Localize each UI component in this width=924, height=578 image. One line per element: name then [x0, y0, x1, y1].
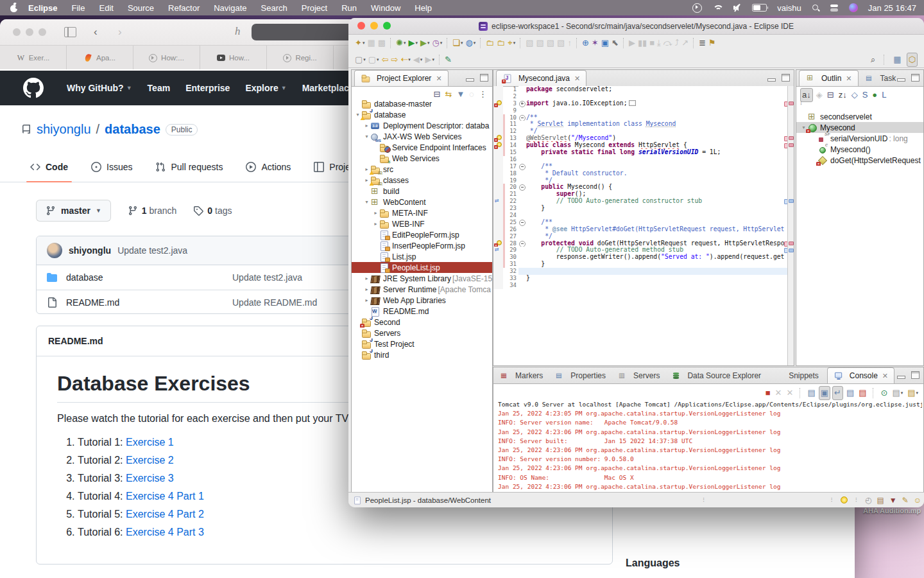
annotation-nav-icon[interactable]: ▢▾: [354, 53, 367, 66]
suspend-icon[interactable]: ▮▮: [637, 37, 648, 49]
desktop-file-label[interactable]: AHA Audition.mp: [863, 507, 921, 514]
tree-item-peoplelist-jsp[interactable]: PeopleList.jsp: [352, 262, 492, 273]
minimize-view-icon[interactable]: [767, 78, 776, 82]
step-over-icon[interactable]: ⤼: [662, 37, 674, 49]
menu-item-file[interactable]: File: [65, 3, 92, 13]
eclipse-zoom-button[interactable]: [383, 22, 391, 30]
new-web-service-icon[interactable]: ◍▾: [465, 37, 477, 49]
outline-item-doget-httpservletrequest[interactable]: ×doGet(HttpServletRequest: [796, 155, 923, 166]
tree-item-classes[interactable]: ▸⊞classes: [352, 175, 492, 186]
new-wizard-icon[interactable]: ✦▾: [354, 37, 366, 49]
overview-mark[interactable]: [789, 249, 794, 252]
close-tab-icon[interactable]: ✕: [882, 372, 888, 380]
mute-icon[interactable]: [733, 4, 742, 12]
fold-collapse-icon[interactable]: [519, 220, 526, 226]
browser-tab-2[interactable]: Apa...: [67, 46, 133, 70]
tab-snippets[interactable]: Snippets: [767, 368, 825, 383]
tab-outline[interactable]: Outlin✕: [799, 70, 859, 86]
exercise-link[interactable]: Exercise 4 Part 2: [126, 509, 204, 520]
menu-item-navigate[interactable]: Navigate: [207, 3, 253, 13]
close-tab-icon[interactable]: ✕: [846, 74, 851, 83]
chevron-collapsed-icon[interactable]: ▸: [363, 123, 370, 128]
browser-tab-1[interactable]: Exer...: [0, 46, 67, 70]
folded-region-icon[interactable]: [629, 100, 636, 106]
splitter-dots[interactable]: ⁝: [703, 496, 705, 504]
repo-tab-pull-requests[interactable]: Pull requests: [146, 152, 232, 182]
pin-editor-icon[interactable]: ✎: [443, 53, 453, 66]
gh-nav-why-github-[interactable]: Why GitHub?▼: [59, 83, 140, 93]
face-icon[interactable]: ☺: [914, 496, 921, 505]
tree-item-database-master[interactable]: database-master: [352, 98, 492, 109]
tab-data-source-explorer[interactable]: Data Source Explorer: [665, 368, 767, 383]
open-perspective-icon[interactable]: ▦: [892, 53, 902, 66]
chevron-collapsed-icon[interactable]: ▸: [363, 286, 370, 292]
outline-item-mysecond-[interactable]: cMysecond(): [796, 144, 923, 155]
menubar-clock[interactable]: Jan 25 16:47: [868, 3, 916, 13]
minimize-view-icon[interactable]: [466, 78, 474, 82]
error-marker-icon[interactable]: [495, 142, 502, 148]
debug-icon[interactable]: ✺▾: [395, 37, 407, 49]
eclipse-close-button[interactable]: [357, 22, 365, 30]
fold-collapse-icon[interactable]: [519, 164, 526, 170]
sidebar-toggle-icon[interactable]: [64, 27, 76, 37]
tree-item-server-runtime[interactable]: ▸Server Runtime [Apache Tomca: [352, 284, 492, 295]
exercise-link[interactable]: Exercise 2: [126, 455, 174, 466]
error-marker-icon[interactable]: [495, 135, 502, 141]
collapse-all-icon[interactable]: ⊟: [826, 89, 835, 101]
outline-item-serialversionuid[interactable]: SFserialVersionUID : long: [796, 133, 923, 144]
exercise-link[interactable]: Exercise 1: [126, 437, 174, 448]
step-return-icon[interactable]: ⤴: [674, 37, 681, 49]
next-edit-icon[interactable]: ▧: [535, 37, 545, 49]
hide-fields-icon[interactable]: ◇: [850, 89, 859, 101]
javaee-perspective-icon[interactable]: ⬡: [907, 53, 918, 67]
error-marker-icon[interactable]: [495, 100, 502, 107]
outline-tree[interactable]: secondservelet▾×MysecondSFserialVersionU…: [796, 111, 923, 365]
tree-item-deployment-descriptor-databa[interactable]: ▸Deployment Descriptor: databa: [352, 120, 492, 131]
battery-icon[interactable]: [752, 4, 767, 12]
tree-item-web-inf[interactable]: ▸WEB-INF: [352, 218, 492, 229]
fold-collapse-icon[interactable]: [519, 184, 526, 191]
close-tab-icon[interactable]: ✕: [574, 74, 580, 83]
new-servlet-icon[interactable]: ❏▾: [451, 37, 464, 49]
show-stderr-icon[interactable]: ▤: [857, 387, 868, 399]
outline-item-mysecond[interactable]: ▾×Mysecond: [796, 122, 923, 133]
tree-item-jre-system-library[interactable]: ▸JRE System Library [JavaSE-15: [352, 273, 492, 284]
chevron-collapsed-icon[interactable]: ▸: [372, 221, 379, 227]
tree-item-database[interactable]: ▾Jdatabase: [352, 109, 492, 120]
tree-item-web-app-libraries[interactable]: ▸Web App Libraries: [352, 295, 492, 306]
overview-ruler[interactable]: [787, 86, 794, 365]
repo-tab-actions[interactable]: Actions: [237, 152, 300, 182]
menu-item-eclipse[interactable]: Eclipse: [21, 3, 65, 13]
menu-item-project[interactable]: Project: [295, 3, 334, 13]
hide-non-public-icon[interactable]: ●: [871, 89, 878, 101]
commit-author[interactable]: shiyonglu: [69, 245, 111, 256]
chevron-collapsed-icon[interactable]: ▸: [372, 210, 379, 216]
select-element-icon[interactable]: ⬉: [610, 37, 620, 49]
tree-item-src[interactable]: ▸⊞src: [352, 164, 492, 175]
branch-selector-button[interactable]: master ▼: [36, 200, 111, 222]
menu-item-window[interactable]: Window: [364, 3, 407, 13]
prev-edit-icon[interactable]: ▧: [545, 37, 556, 49]
maximize-view-icon[interactable]: [782, 74, 790, 82]
repo-owner-link[interactable]: shiyonglu: [37, 122, 91, 137]
menu-item-help[interactable]: Help: [407, 3, 439, 13]
browser-close-button[interactable]: [13, 28, 21, 36]
coverage-icon[interactable]: ▶▾: [419, 37, 431, 49]
toggle-mark-occurrences-icon[interactable]: ▧: [524, 37, 535, 49]
minimize-view-icon[interactable]: [897, 78, 905, 82]
repo-tab-code[interactable]: Code: [21, 152, 77, 182]
project-explorer-tree[interactable]: database-master▾Jdatabase▸Deployment Des…: [352, 98, 492, 493]
terminate-tb-icon[interactable]: ■: [648, 37, 656, 49]
tab-properties[interactable]: Properties: [549, 368, 612, 383]
forward-button[interactable]: ›: [118, 26, 122, 39]
chevron-expanded-icon[interactable]: ▾: [363, 199, 370, 205]
display-selected-console-icon[interactable]: ▤▾: [891, 387, 904, 399]
siri-icon[interactable]: [849, 3, 858, 12]
smart-insert-lightbulb-icon[interactable]: [841, 496, 848, 504]
sort-by-type-icon[interactable]: z↓: [837, 89, 848, 101]
fold-collapse-icon[interactable]: [519, 115, 526, 121]
close-tab-icon[interactable]: ✕: [436, 74, 441, 83]
open-war-icon[interactable]: 🗀: [495, 37, 506, 49]
write-pencil-icon[interactable]: ✎: [902, 496, 909, 505]
chevron-collapsed-icon[interactable]: ▸: [363, 297, 370, 303]
